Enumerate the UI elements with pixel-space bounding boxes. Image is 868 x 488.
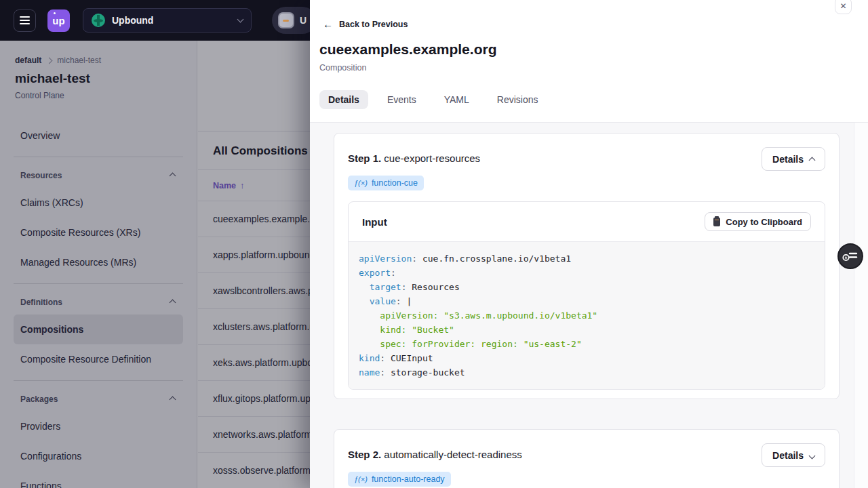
- panel-title: cueexamples.example.org: [319, 41, 852, 58]
- chevron-down-icon: [809, 453, 816, 460]
- back-to-previous-link[interactable]: ← Back to Previous: [319, 19, 852, 29]
- composition-detail-panel: ← Back to Previous ✕ cueexamples.example…: [310, 0, 868, 488]
- code-line: kind: CUEInput: [359, 351, 814, 365]
- step-2-title: Step 2. automatically-detect-readiness: [348, 449, 522, 460]
- chevron-down-icon: [237, 16, 244, 23]
- code-line: apiVersion: "s3.aws.m.upbound.io/v1beta1…: [359, 308, 814, 323]
- hamburger-icon: [20, 16, 30, 24]
- code-line: kind: "Bucket": [359, 323, 814, 337]
- code-line: target: Resources: [359, 280, 814, 294]
- feedback-icon: [842, 249, 859, 264]
- code-line: name: storage-bucket: [359, 365, 814, 380]
- function-badge: ƒ(×) function-auto-ready: [348, 472, 451, 487]
- menu-button[interactable]: [14, 9, 36, 32]
- upbound-logo[interactable]: up: [47, 9, 70, 32]
- scrollbar-track[interactable]: [854, 123, 868, 488]
- tab-details[interactable]: Details: [319, 90, 368, 109]
- upbound-mark-icon: [92, 14, 105, 27]
- tab-bar: DetailsEventsYAMLRevisions: [319, 90, 852, 119]
- back-label: Back to Previous: [339, 20, 408, 29]
- panel-subtitle: Composition: [319, 63, 852, 73]
- back-arrow-icon: ←: [323, 19, 333, 29]
- input-title: Input: [362, 216, 387, 228]
- function-badge: ƒ(×) function-cue: [348, 176, 424, 190]
- code-line: apiVersion: cue.fn.crossplane.io/v1beta1: [359, 251, 814, 266]
- input-card: Input Copy to Clipboard apiVersion: cue.…: [348, 201, 825, 390]
- copy-to-clipboard-button[interactable]: Copy to Clipboard: [705, 212, 811, 231]
- step-2-details-button[interactable]: Details: [762, 443, 825, 467]
- step-1-card: Step 1. cue-export-resources Details ƒ(×…: [334, 133, 840, 399]
- tab-yaml[interactable]: YAML: [435, 90, 478, 109]
- tab-revisions[interactable]: Revisions: [488, 90, 547, 109]
- account-pill-label: U: [300, 15, 307, 26]
- step-1-details-button[interactable]: Details: [762, 147, 825, 171]
- panel-body: Step 1. cue-export-resources Details ƒ(×…: [310, 122, 868, 488]
- tab-events[interactable]: Events: [378, 90, 425, 109]
- clipboard-icon: [713, 218, 720, 226]
- feedback-widget-button[interactable]: [837, 243, 863, 269]
- close-icon: ✕: [840, 1, 846, 11]
- step-1-title: Step 1. cue-export-resources: [348, 152, 480, 164]
- code-block: apiVersion: cue.fn.crossplane.io/v1beta1…: [349, 242, 825, 389]
- code-line: export:: [359, 266, 814, 280]
- org-switcher[interactable]: Upbound: [83, 8, 252, 33]
- code-line: value: |: [359, 294, 814, 308]
- function-icon: ƒ(×): [354, 475, 368, 483]
- step-2-card: Step 2. automatically-detect-readiness D…: [334, 429, 840, 488]
- chevron-up-icon: [809, 157, 816, 164]
- function-icon: ƒ(×): [354, 179, 368, 187]
- control-plane-icon: [278, 12, 294, 28]
- close-button[interactable]: ✕: [835, 0, 852, 14]
- code-line: spec: forProvider: region: "us-east-2": [359, 337, 814, 351]
- app-root: up Upbound U default michael-test michae…: [0, 0, 868, 488]
- org-switcher-label: Upbound: [112, 15, 238, 26]
